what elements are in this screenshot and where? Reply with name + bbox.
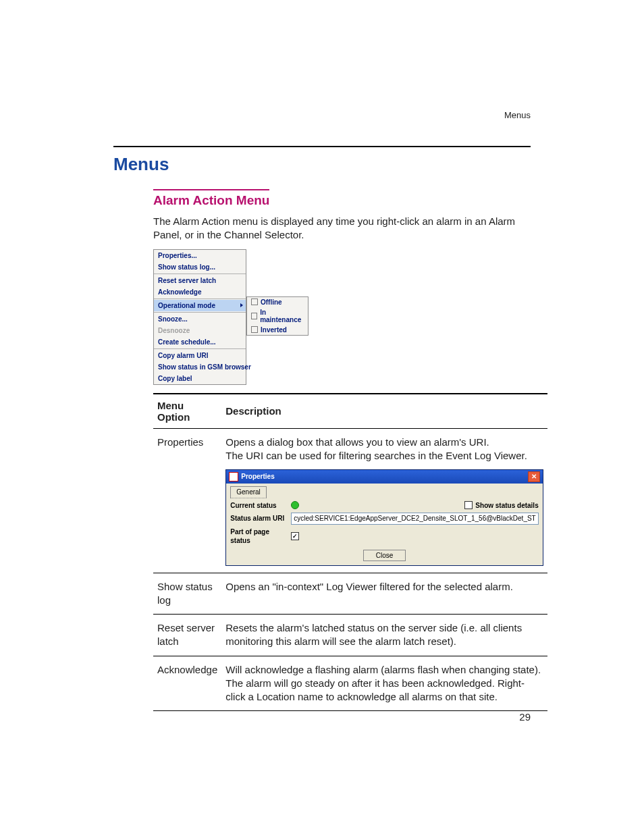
- menu-item[interactable]: Show status log...: [154, 261, 246, 273]
- menu-separator: [154, 348, 246, 349]
- status-indicator-icon: [291, 501, 299, 509]
- menu-item[interactable]: Desnooze: [154, 325, 246, 336]
- table-row: Reset server latchResets the alarm's lat…: [153, 615, 547, 656]
- menu-item[interactable]: Acknowledge: [154, 286, 246, 298]
- label-status-alarm-uri: Status alarm URI: [230, 514, 287, 523]
- cell-menu-option: Show status log: [153, 573, 221, 615]
- dialog-body: GeneralCurrent statusShow status details…: [226, 484, 542, 565]
- cell-description: Opens an "in-context" Log Viewer filtere…: [221, 573, 547, 615]
- label-current-status: Current status: [230, 501, 287, 511]
- field-status-alarm-uri[interactable]: cycled:SERVICE1:EdgeAppServer_DCE2_Densi…: [291, 513, 538, 525]
- dialog-titlebar: Properties✕: [226, 470, 542, 484]
- content-area: Alarm Action Menu The Alarm Action menu …: [153, 189, 531, 711]
- menu-separator: [154, 273, 246, 274]
- submenu-item[interactable]: Inverted: [247, 325, 308, 335]
- top-rule: [113, 146, 531, 147]
- checkbox-part-of-page-status[interactable]: ✓: [291, 532, 299, 540]
- menu-item[interactable]: Show status in GSM browser: [154, 361, 246, 373]
- heading-menus: Menus: [113, 154, 169, 175]
- menu-item[interactable]: Copy alarm URI: [154, 350, 246, 361]
- table-row: PropertiesOpens a dialog box that allows…: [153, 428, 547, 573]
- menu-item[interactable]: Operational mode: [154, 300, 246, 311]
- tab-general[interactable]: General: [230, 486, 267, 498]
- label-part-of-page-status: Part of page status: [230, 527, 287, 546]
- checkbox-show-details[interactable]: [464, 501, 473, 509]
- submenu-item[interactable]: Offline: [247, 297, 308, 307]
- label-show-details: Show status details: [475, 501, 538, 511]
- cell-description: Opens a dialog box that allows you to vi…: [221, 428, 547, 573]
- menu-item[interactable]: Properties...: [154, 250, 246, 261]
- cell-description: Will acknowledge a flashing alarm (alarm…: [221, 656, 547, 711]
- menu-separator: [154, 298, 246, 299]
- context-menu-figure: Properties...Show status log...Reset ser…: [153, 249, 531, 385]
- cell-description: Resets the alarm's latched status on the…: [221, 615, 547, 656]
- intro-paragraph: The Alarm Action menu is displayed any t…: [153, 215, 531, 242]
- running-head: Menus: [504, 110, 531, 120]
- th-description: Description: [221, 394, 547, 429]
- dialog-title: Properties: [241, 472, 274, 481]
- table-row: Show status logOpens an "in-context" Log…: [153, 573, 547, 615]
- checkbox-icon: [251, 298, 258, 305]
- table-row: AcknowledgeWill acknowledge a flashing a…: [153, 656, 547, 711]
- cell-menu-option: Properties: [153, 428, 221, 573]
- cell-menu-option: Acknowledge: [153, 656, 221, 711]
- properties-dialog: Properties✕GeneralCurrent statusShow sta…: [225, 469, 543, 566]
- app-icon: [229, 472, 238, 481]
- menu-item[interactable]: Create schedule...: [154, 336, 246, 348]
- checkbox-icon: [251, 326, 258, 333]
- close-icon[interactable]: ✕: [528, 471, 540, 482]
- page-number: 29: [519, 711, 531, 723]
- menu-item[interactable]: Copy label: [154, 373, 246, 384]
- heading-alarm-action-menu: Alarm Action Menu: [153, 189, 269, 208]
- menu-options-table: Menu Option Description PropertiesOpens …: [153, 393, 547, 712]
- submenu-item[interactable]: In maintenance: [247, 307, 308, 325]
- menu-separator: [154, 312, 246, 313]
- context-menu: Properties...Show status log...Reset ser…: [153, 249, 246, 385]
- close-button[interactable]: Close: [363, 550, 406, 561]
- cell-menu-option: Reset server latch: [153, 615, 221, 656]
- checkbox-icon: [251, 313, 257, 319]
- context-submenu: OfflineIn maintenanceInverted: [246, 296, 308, 336]
- menu-item[interactable]: Snooze...: [154, 313, 246, 325]
- menu-item[interactable]: Reset server latch: [154, 275, 246, 286]
- th-menu-option: Menu Option: [153, 394, 221, 429]
